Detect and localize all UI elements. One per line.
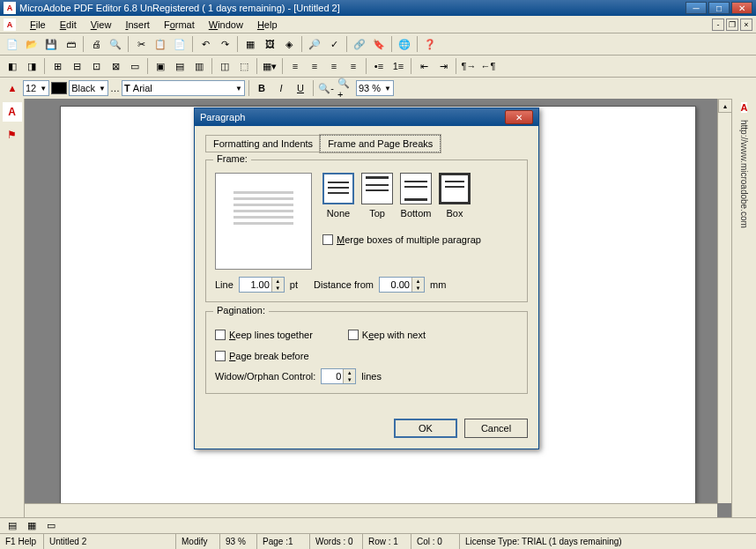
new-button[interactable]: 📄 bbox=[4, 35, 21, 53]
widow-up[interactable]: ▲ bbox=[343, 369, 355, 376]
dialog-titlebar[interactable]: Paragraph ✕ bbox=[195, 108, 538, 126]
dist-input[interactable] bbox=[380, 278, 411, 292]
cancel-button[interactable]: Cancel bbox=[464, 419, 528, 438]
color-name-combo[interactable]: Black▼ bbox=[69, 80, 108, 96]
italic-button[interactable]: I bbox=[272, 79, 290, 97]
maximize-button[interactable]: □ bbox=[708, 2, 730, 14]
open-button[interactable]: 📂 bbox=[23, 35, 41, 53]
dist-down[interactable]: ▼ bbox=[411, 285, 424, 292]
help-button[interactable]: ❓ bbox=[421, 35, 439, 53]
find-button[interactable]: 🔎 bbox=[306, 35, 323, 53]
web-button[interactable]: 🌐 bbox=[396, 35, 413, 53]
align-center-button[interactable]: ≡ bbox=[306, 57, 323, 75]
para-rtl-button[interactable]: ←¶ bbox=[479, 57, 497, 75]
undo-button[interactable]: ↶ bbox=[196, 35, 214, 53]
tool-j[interactable]: ▥ bbox=[190, 57, 208, 75]
line-down[interactable]: ▼ bbox=[271, 285, 284, 292]
scrollbar-vertical[interactable]: ▴ bbox=[717, 99, 731, 503]
align-left-button[interactable]: ≡ bbox=[286, 57, 304, 75]
tool-c[interactable]: ⊞ bbox=[48, 57, 66, 75]
bullets-button[interactable]: •≡ bbox=[370, 57, 388, 75]
widow-spinner[interactable]: ▲▼ bbox=[321, 368, 356, 384]
color-swatch[interactable] bbox=[51, 82, 67, 94]
tool-g[interactable]: ▭ bbox=[126, 57, 144, 75]
underline-button[interactable]: U bbox=[292, 79, 309, 97]
view-outline-button[interactable]: ▭ bbox=[42, 517, 60, 535]
align-right-button[interactable]: ≡ bbox=[325, 57, 343, 75]
table-button[interactable]: ▦ bbox=[241, 35, 259, 53]
scroll-up-button[interactable]: ▴ bbox=[718, 99, 731, 113]
image-button[interactable]: 🖼 bbox=[261, 35, 278, 53]
dist-up[interactable]: ▲ bbox=[411, 278, 424, 285]
tool-e[interactable]: ⊡ bbox=[87, 57, 105, 75]
tool-d[interactable]: ⊟ bbox=[68, 57, 85, 75]
font-name-combo[interactable]: T Arial▼ bbox=[122, 80, 245, 96]
align-justify-button[interactable]: ≡ bbox=[345, 57, 362, 75]
bookmark-button[interactable]: 🔖 bbox=[370, 35, 388, 53]
tool-f[interactable]: ⊠ bbox=[107, 57, 124, 75]
indent-dec-button[interactable]: ⇤ bbox=[415, 57, 433, 75]
pdf-right-icon[interactable]: A bbox=[741, 102, 748, 113]
line-input[interactable] bbox=[240, 278, 271, 292]
border-button[interactable]: ▦▾ bbox=[261, 57, 278, 75]
frame-option-box[interactable]: Box bbox=[439, 173, 471, 219]
tool-l[interactable]: ⬚ bbox=[235, 57, 253, 75]
saveall-button[interactable]: 🗃 bbox=[62, 35, 79, 53]
spell-button[interactable]: ✓ bbox=[325, 35, 343, 53]
menu-view[interactable]: View bbox=[84, 18, 119, 32]
font-size-combo[interactable]: 12▼ bbox=[23, 80, 49, 96]
tool-b[interactable]: ◨ bbox=[23, 57, 41, 75]
font-color-icon[interactable]: ▲ bbox=[4, 79, 21, 97]
frame-option-top[interactable]: Top bbox=[361, 173, 393, 219]
dialog-close-button[interactable]: ✕ bbox=[505, 110, 533, 124]
mdi-minimize-button[interactable]: - bbox=[712, 19, 724, 31]
bookmark-side-icon[interactable]: ⚑ bbox=[3, 125, 22, 145]
tab-frame-breaks[interactable]: Frame and Page Breaks bbox=[320, 135, 441, 152]
line-up[interactable]: ▲ bbox=[271, 278, 284, 285]
tool-k[interactable]: ◫ bbox=[216, 57, 233, 75]
para-ltr-button[interactable]: ¶→ bbox=[460, 57, 478, 75]
merge-checkbox[interactable] bbox=[322, 234, 333, 245]
mdi-close-button[interactable]: × bbox=[740, 19, 752, 31]
widow-down[interactable]: ▼ bbox=[343, 376, 355, 383]
mdi-restore-button[interactable]: ❐ bbox=[726, 19, 738, 31]
frame-option-none[interactable]: None bbox=[322, 173, 354, 219]
zoom-in-button[interactable]: 🔍+ bbox=[337, 79, 354, 97]
tab-formatting[interactable]: Formatting and Indents bbox=[205, 135, 321, 152]
tool-i[interactable]: ▤ bbox=[171, 57, 189, 75]
view-normal-button[interactable]: ▤ bbox=[4, 517, 21, 535]
keep-together-checkbox[interactable] bbox=[215, 330, 226, 340]
redo-button[interactable]: ↷ bbox=[216, 35, 233, 53]
keep-next-checkbox[interactable] bbox=[348, 330, 359, 340]
zoom-out-button[interactable]: 🔍- bbox=[317, 79, 335, 97]
cut-button[interactable]: ✂ bbox=[132, 35, 150, 53]
minimize-button[interactable]: ─ bbox=[686, 2, 707, 14]
menu-window[interactable]: Window bbox=[202, 18, 250, 32]
numbering-button[interactable]: 1≡ bbox=[389, 57, 407, 75]
print-button[interactable]: 🖨 bbox=[87, 35, 105, 53]
object-button[interactable]: ◈ bbox=[280, 35, 298, 53]
view-page-button[interactable]: ▦ bbox=[23, 517, 41, 535]
save-button[interactable]: 💾 bbox=[42, 35, 60, 53]
zoom-combo[interactable]: 93 %▼ bbox=[356, 80, 394, 96]
close-button[interactable]: ✕ bbox=[731, 2, 752, 14]
tool-h[interactable]: ▣ bbox=[152, 57, 169, 75]
right-url[interactable]: http://www.microadobe.com bbox=[739, 120, 749, 228]
page-break-checkbox[interactable] bbox=[215, 351, 226, 361]
widow-input[interactable] bbox=[322, 369, 343, 383]
menu-edit[interactable]: Edit bbox=[53, 18, 84, 32]
scrollbar-horizontal[interactable] bbox=[25, 503, 717, 517]
menu-insert[interactable]: Insert bbox=[118, 18, 157, 32]
indent-inc-button[interactable]: ⇥ bbox=[434, 57, 452, 75]
dist-spinner[interactable]: ▲▼ bbox=[379, 277, 425, 293]
line-spinner[interactable]: ▲▼ bbox=[239, 277, 285, 293]
pdf-icon[interactable]: A bbox=[3, 102, 22, 122]
copy-button[interactable]: 📋 bbox=[152, 35, 169, 53]
paste-button[interactable]: 📄 bbox=[171, 35, 189, 53]
tool-a[interactable]: ◧ bbox=[4, 57, 21, 75]
menu-file[interactable]: File bbox=[23, 18, 53, 32]
menu-help[interactable]: Help bbox=[250, 18, 285, 32]
preview-button[interactable]: 🔍 bbox=[107, 35, 124, 53]
link-button[interactable]: 🔗 bbox=[351, 35, 368, 53]
menu-format[interactable]: Format bbox=[157, 18, 202, 32]
